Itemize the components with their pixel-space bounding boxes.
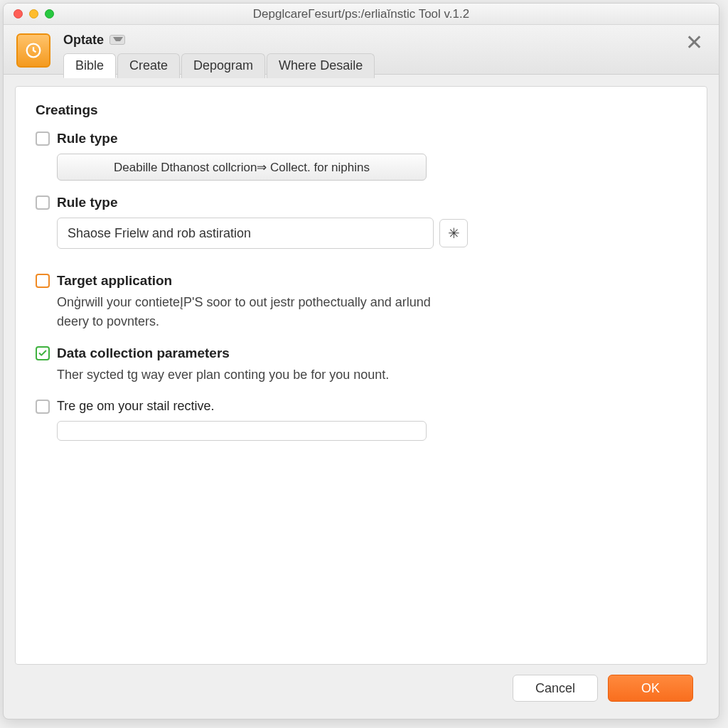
tab-bible[interactable]: Bible [63,53,116,78]
data-collection-row: Data collection parameters Ther sycted t… [36,346,687,385]
target-application-desc: Onģrwill your contieteĮP'S soor to out j… [57,293,455,331]
rule-type-2-input[interactable] [57,218,434,249]
optate-row: Optate [63,31,707,49]
clear-input-icon[interactable]: ✳ [439,219,468,247]
traffic-lights [4,9,54,18]
close-icon[interactable]: ✕ [685,32,703,53]
stail-label: Tre ge om your stail rective. [57,399,214,414]
rule-type-2-row: Rule type ✳ [36,195,687,249]
titlebar: DepglcareГesurt/ps:/erliaĭnstic Tool v.1… [4,4,719,25]
header: Optate Bible Create Depogram Where Desai… [4,25,719,75]
app-icon [16,33,50,68]
target-application-label: Target application [57,273,172,289]
header-content: Optate Bible Create Depogram Where Desai… [50,31,707,78]
data-collection-desc: Ther sycted tg way ever plan conting you… [57,365,455,385]
tab-where-desaile[interactable]: Where Desaile [267,53,375,78]
rule-type-1-checkbox[interactable] [36,132,50,146]
cancel-button[interactable]: Cancel [513,675,598,702]
close-traffic-icon[interactable] [14,9,23,18]
stail-row: Tre ge om your stail rective. [36,399,687,441]
rule-type-1-row: Rule type Deabille Dthanost collcrion⇒ C… [36,131,687,181]
tab-create[interactable]: Create [117,53,180,78]
zoom-traffic-icon[interactable] [45,9,54,18]
data-collection-checkbox[interactable] [36,346,50,360]
content-area: Creatings Rule type Deabille Dthanost co… [4,75,719,719]
rule-type-2-checkbox[interactable] [36,196,50,210]
target-application-checkbox[interactable] [36,274,50,288]
stail-input[interactable] [57,421,427,441]
optate-dropdown-icon[interactable] [109,35,125,45]
section-title: Creatings [36,102,687,118]
window-title: DepglcareГesurt/ps:/erliaĭnstic Tool v.1… [4,7,719,21]
data-collection-label: Data collection parameters [57,346,230,361]
stail-checkbox[interactable] [36,400,50,414]
minimize-traffic-icon[interactable] [29,9,38,18]
rule-type-1-select[interactable]: Deabille Dthanost collcrion⇒ Collect. fo… [57,154,427,181]
tab-depogram[interactable]: Depogram [181,53,265,78]
target-application-row: Target application Onģrwill your contiet… [36,273,687,331]
rule-type-2-label: Rule type [57,195,118,210]
settings-panel: Creatings Rule type Deabille Dthanost co… [15,86,707,665]
optate-label: Optate [63,33,104,48]
tabs: Bible Create Depogram Where Desaile [63,53,707,78]
rule-type-1-label: Rule type [57,131,118,146]
app-window: DepglcareГesurt/ps:/erliaĭnstic Tool v.1… [3,3,719,719]
ok-button[interactable]: OK [608,675,693,702]
dialog-footer: Cancel OK [15,665,707,707]
